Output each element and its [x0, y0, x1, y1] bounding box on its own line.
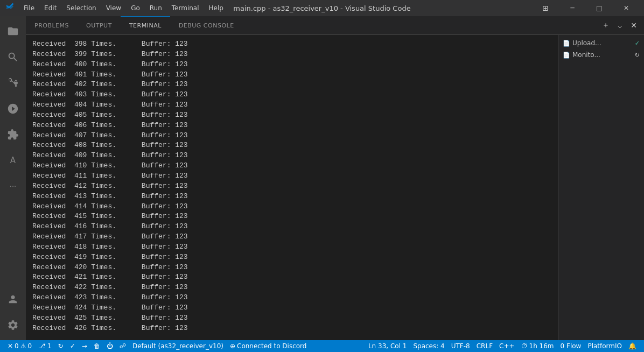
status-flow[interactable]: 0 Flow [557, 340, 585, 352]
terminal-area: Received 398 Times. Buffer: 123Received … [26, 35, 644, 340]
status-line-ending[interactable]: CRLF [473, 340, 496, 352]
upload-item[interactable]: 📄 Upload... ✓ [558, 37, 644, 49]
tab-debug-console[interactable]: DEBUG CONSOLE [170, 16, 243, 35]
status-encoding[interactable]: UTF-8 [448, 340, 473, 352]
status-discord[interactable]: ⊕ Connected to Discord [227, 340, 310, 352]
new-terminal-button[interactable]: ＋ [600, 19, 612, 31]
terminal-line: Received 402 Times. Buffer: 123 [32, 80, 551, 90]
upload-icon: 📄 [563, 40, 570, 47]
terminal-line: Received 408 Times. Buffer: 123 [32, 140, 551, 151]
terminal-line: Received 415 Times. Buffer: 123 [32, 212, 551, 222]
vscode-logo [5, 2, 15, 14]
arrow-icon: → [82, 342, 87, 350]
terminal-line: Received 418 Times. Buffer: 123 [32, 242, 551, 252]
status-errors[interactable]: ✕ 0 ⚠ 0 [4, 340, 35, 352]
window-title: main.cpp - as32_receiver_v10 - Visual St… [233, 4, 410, 12]
status-port[interactable]: ☍ [116, 340, 129, 352]
kill-terminal-button[interactable]: ✕ [628, 19, 640, 31]
branch-icon: ⎇ [38, 342, 46, 350]
status-plug[interactable]: ⏻ [103, 340, 116, 352]
menu-file[interactable]: File [19, 3, 39, 13]
status-spaces[interactable]: Spaces: 4 [410, 340, 447, 352]
status-sync[interactable]: ↻ [55, 340, 67, 352]
status-bar: ✕ 0 ⚠ 0 ⎇ 1 ↻ ✓ → 🗑 ⏻ ☍ Default (as32_re… [0, 340, 644, 352]
terminal-line: Received 423 Times. Buffer: 123 [32, 293, 551, 303]
status-cursor[interactable]: Ln 33, Col 1 [365, 340, 410, 352]
clock-icon: ⏱ [521, 342, 528, 350]
status-check[interactable]: ✓ [67, 340, 79, 352]
branch-name-text: Default (as32_receiver_v10) [132, 342, 223, 350]
terminal-line: Received 412 Times. Buffer: 123 [32, 181, 551, 192]
split-terminal-button[interactable]: ⌵ [614, 19, 626, 31]
discord-icon: ⊕ [230, 342, 235, 350]
activity-remote-explorer[interactable]: A [0, 147, 26, 173]
menu-view[interactable]: View [102, 3, 125, 13]
sync-icon: ↻ [58, 342, 64, 350]
status-clock[interactable]: ⏱ 1h 16m [518, 340, 557, 352]
panel: PROBLEMS OUTPUT TERMINAL DEBUG CONSOLE ＋… [26, 16, 644, 340]
content-area: PROBLEMS OUTPUT TERMINAL DEBUG CONSOLE ＋… [26, 16, 644, 340]
activity-settings[interactable] [0, 312, 26, 338]
status-branch-name[interactable]: Default (as32_receiver_v10) [129, 340, 227, 352]
status-branch[interactable]: ⎇ 1 [35, 340, 54, 352]
close-button[interactable]: ✕ [614, 0, 639, 16]
activity-search[interactable] [0, 44, 26, 70]
upload-label: Upload... [572, 39, 635, 47]
titlebar: File Edit Selection View Go Run Terminal… [0, 0, 644, 16]
terminal-line: Received 406 Times. Buffer: 123 [32, 121, 551, 131]
terminal-line: Received 414 Times. Buffer: 123 [32, 202, 551, 212]
activity-extensions[interactable] [0, 122, 26, 147]
activity-bar: A ··· [0, 16, 26, 340]
menu-selection[interactable]: Selection [62, 3, 100, 13]
language-text: C++ [499, 342, 515, 350]
terminal-line: Received 426 Times. Buffer: 123 [32, 323, 551, 334]
activity-account[interactable] [0, 286, 26, 312]
terminal-line: Received 399 Times. Buffer: 123 [32, 50, 551, 60]
terminal-line: Received 422 Times. Buffer: 123 [32, 283, 551, 293]
menu-terminal[interactable]: Terminal [167, 3, 204, 13]
terminal-line: Received 405 Times. Buffer: 123 [32, 110, 551, 121]
terminal-line: Received 425 Times. Buffer: 123 [32, 313, 551, 323]
line-ending-text: CRLF [477, 342, 493, 350]
terminal-line: Received 398 Times. Buffer: 123 [32, 39, 551, 50]
activity-source-control[interactable] [0, 70, 26, 96]
main-layout: A ··· PROBLEMS OUTPUT TERMINAL DEBUG CON… [0, 16, 644, 340]
titlebar-left: File Edit Selection View Go Run Terminal… [5, 2, 228, 14]
terminal-output[interactable]: Received 398 Times. Buffer: 123Received … [26, 35, 558, 340]
maximize-button[interactable]: □ [587, 0, 612, 16]
menu-help[interactable]: Help [205, 3, 228, 13]
warning-count: 0 [27, 342, 32, 350]
menu-edit[interactable]: Edit [40, 3, 61, 13]
status-right: Ln 33, Col 1 Spaces: 4 UTF-8 CRLF C++ ⏱ … [365, 340, 640, 352]
flow-text: 0 Flow [561, 342, 582, 350]
warning-icon: ⚠ [20, 342, 26, 350]
upload-status: ✓ [635, 40, 640, 47]
monitor-item[interactable]: 📄 Monito... ↻ [558, 49, 644, 61]
monitor-icon: 📄 [563, 52, 570, 59]
terminal-line: Received 401 Times. Buffer: 123 [32, 70, 551, 80]
status-language[interactable]: C++ [496, 340, 518, 352]
menu-run[interactable]: Run [145, 3, 166, 13]
terminal-line: Received 400 Times. Buffer: 123 [32, 60, 551, 70]
terminal-line: Received 416 Times. Buffer: 123 [32, 222, 551, 232]
activity-run-debug[interactable] [0, 96, 26, 122]
menu-go[interactable]: Go [127, 3, 144, 13]
status-notifications[interactable]: 🔔 [625, 340, 640, 352]
tab-problems[interactable]: PROBLEMS [26, 16, 78, 35]
check-icon: ✓ [70, 342, 75, 350]
terminal-line: Received 403 Times. Buffer: 123 [32, 90, 551, 100]
layout-button[interactable]: ⊞ [533, 0, 558, 16]
terminal-line: Received 404 Times. Buffer: 123 [32, 100, 551, 110]
encoding-text: UTF-8 [451, 342, 470, 350]
status-arrow[interactable]: → [79, 340, 90, 352]
minimize-button[interactable]: ─ [560, 0, 585, 16]
status-trash[interactable]: 🗑 [90, 340, 103, 352]
trash-icon: 🗑 [94, 342, 100, 350]
tab-output[interactable]: OUTPUT [78, 16, 121, 35]
terminal-line: Received 419 Times. Buffer: 123 [32, 252, 551, 263]
tab-terminal[interactable]: TERMINAL [121, 16, 170, 35]
activity-more[interactable]: ··· [0, 173, 26, 199]
activity-explorer[interactable] [0, 18, 26, 44]
terminal-line: Received 420 Times. Buffer: 123 [32, 263, 551, 273]
status-platformio[interactable]: PlatformIO [584, 340, 625, 352]
